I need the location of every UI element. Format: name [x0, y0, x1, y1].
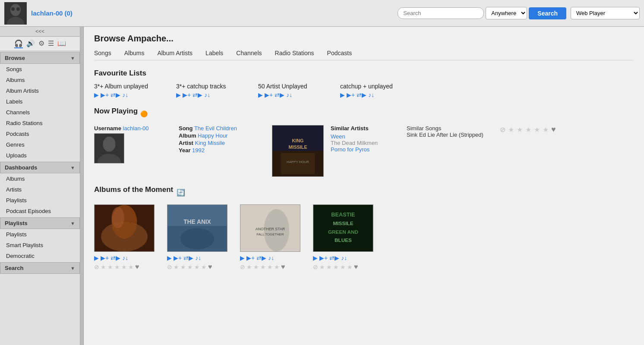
album1-star4[interactable]: ★ — [121, 263, 127, 270]
fav1-download-icon[interactable]: ♪↓ — [122, 91, 128, 98]
album1-add-icon[interactable]: ▶+ — [101, 254, 109, 261]
album2-play-icon[interactable]: ▶ — [167, 254, 172, 261]
album-thumb-1[interactable] — [94, 204, 155, 252]
refresh-icon[interactable]: 🔄 — [177, 188, 185, 197]
album3-add-icon[interactable]: ▶+ — [246, 254, 255, 261]
fav3-play-icon[interactable]: ▶ — [258, 91, 263, 98]
album2-star3[interactable]: ★ — [187, 263, 193, 270]
tab-albums[interactable]: Albums — [124, 50, 145, 56]
album3-star3[interactable]: ★ — [260, 263, 266, 270]
album4-heart-icon[interactable]: ♥ — [354, 263, 358, 271]
similar-song-3[interactable]: Lie After Lie (Stripped) — [427, 132, 483, 138]
sidebar-item-genres[interactable]: Genres — [0, 139, 80, 150]
sidebar-collapse-button[interactable]: <<< — [0, 27, 80, 37]
sidebar-item-democratic[interactable]: Democratic — [0, 251, 80, 261]
fav4-add-icon[interactable]: ▶+ — [347, 91, 355, 98]
sidebar-playlists-header[interactable]: Playlists ▼ — [0, 217, 80, 229]
album1-star2[interactable]: ★ — [107, 263, 113, 270]
album4-star2[interactable]: ★ — [326, 263, 332, 270]
speaker-icon[interactable]: 🔊 — [26, 39, 35, 48]
tab-channels[interactable]: Channels — [236, 50, 262, 56]
album3-no-icon[interactable]: ⊘ — [240, 263, 245, 270]
album3-random-icon[interactable]: ⇄▶ — [256, 254, 266, 261]
np-star-1[interactable]: ★ — [508, 125, 514, 134]
similar-artist-1[interactable]: Ween — [331, 133, 400, 140]
fav2-play-icon[interactable]: ▶ — [176, 91, 181, 98]
resize-handle[interactable] — [80, 27, 84, 345]
album3-play-icon[interactable]: ▶ — [240, 254, 245, 261]
np-song-value[interactable]: The Evil Children — [194, 125, 237, 132]
fav2-random-icon[interactable]: ⇄▶ — [193, 91, 202, 98]
np-star-5[interactable]: ★ — [543, 125, 549, 134]
album4-add-icon[interactable]: ▶+ — [319, 254, 328, 261]
album2-download-icon[interactable]: ♪↓ — [195, 254, 201, 261]
sidebar-browse-header[interactable]: Browse ▼ — [0, 52, 80, 64]
album2-random-icon[interactable]: ⇄▶ — [183, 254, 193, 261]
search-button[interactable]: Search — [529, 7, 566, 19]
album1-download-icon[interactable]: ♪↓ — [122, 254, 128, 261]
tab-album-artists[interactable]: Album Artists — [157, 50, 193, 56]
fav4-download-icon[interactable]: ♪↓ — [368, 91, 374, 98]
tab-songs[interactable]: Songs — [94, 50, 111, 56]
similar-artist-3[interactable]: Porno for Pyros — [331, 146, 400, 153]
album1-play-icon[interactable]: ▶ — [94, 254, 99, 261]
album2-no-icon[interactable]: ⊘ — [167, 263, 172, 270]
album3-heart-icon[interactable]: ♥ — [281, 263, 285, 271]
album3-star5[interactable]: ★ — [274, 263, 280, 270]
sidebar-item-songs[interactable]: Songs — [0, 64, 80, 75]
album4-no-icon[interactable]: ⊘ — [313, 263, 318, 270]
album4-star4[interactable]: ★ — [340, 263, 346, 270]
sidebar-item-dash-albums[interactable]: Albums — [0, 173, 80, 184]
album4-star1[interactable]: ★ — [319, 263, 325, 270]
search-scope-select[interactable]: Anywhere Songs Albums Artists — [486, 7, 527, 19]
tab-radio-stations[interactable]: Radio Stations — [275, 50, 314, 56]
sidebar-item-playlists[interactable]: Playlists — [0, 229, 80, 240]
album1-no-icon[interactable]: ⊘ — [94, 263, 99, 270]
fav3-add-icon[interactable]: ▶+ — [265, 91, 273, 98]
sidebar-item-podcasts[interactable]: Podcasts — [0, 129, 80, 139]
webplayer-select[interactable]: Web Player — [571, 7, 640, 19]
np-heart-icon[interactable]: ♥ — [551, 125, 556, 134]
album3-star4[interactable]: ★ — [267, 263, 273, 270]
fav-item-3-title[interactable]: 50 Artist Unplayed — [258, 83, 307, 90]
album1-star1[interactable]: ★ — [101, 263, 106, 270]
album3-star2[interactable]: ★ — [253, 263, 259, 270]
fav-item-2-title[interactable]: 3*+ catchup tracks — [176, 83, 226, 90]
album2-star4[interactable]: ★ — [194, 263, 200, 270]
header-username[interactable]: lachlan-00 (0) — [31, 9, 73, 17]
np-star-3[interactable]: ★ — [525, 125, 531, 134]
fav3-random-icon[interactable]: ⇄▶ — [275, 91, 284, 98]
similar-song-2[interactable]: Ed — [419, 132, 426, 138]
album4-star5[interactable]: ★ — [347, 263, 353, 270]
similar-song-1[interactable]: Sink — [407, 132, 417, 138]
album-thumb-2[interactable]: THE ANIX — [167, 204, 227, 252]
fav2-download-icon[interactable]: ♪↓ — [204, 91, 210, 98]
album4-star3[interactable]: ★ — [333, 263, 339, 270]
fav1-play-icon[interactable]: ▶ — [94, 91, 99, 98]
sidebar-search-header[interactable]: Search ▼ — [0, 262, 80, 274]
album2-star1[interactable]: ★ — [174, 263, 179, 270]
fav4-play-icon[interactable]: ▶ — [340, 91, 345, 98]
album2-star5[interactable]: ★ — [201, 263, 207, 270]
album4-download-icon[interactable]: ♪↓ — [341, 254, 347, 261]
np-star-2[interactable]: ★ — [517, 125, 523, 134]
fav2-add-icon[interactable]: ▶+ — [183, 91, 191, 98]
album-thumb-4[interactable]: BEASTIE MISSILE GREEN AND BLUES — [313, 204, 373, 252]
fav-item-4-title[interactable]: catchup + unplayed — [340, 83, 393, 90]
headphones-icon[interactable]: 🎧 — [14, 39, 23, 48]
np-username-value[interactable]: lachlan-00 — [123, 125, 149, 132]
fav1-add-icon[interactable]: ▶+ — [101, 91, 109, 98]
album1-heart-icon[interactable]: ♥ — [135, 263, 139, 271]
album-thumb-3[interactable]: ANOTHER STAR FALL TOGETHER — [240, 204, 300, 252]
album2-heart-icon[interactable]: ♥ — [208, 263, 212, 271]
tab-podcasts[interactable]: Podcasts — [327, 50, 352, 56]
sidebar-dashboards-header[interactable]: Dashboards ▼ — [0, 162, 80, 173]
album1-star3[interactable]: ★ — [114, 263, 120, 270]
fav3-download-icon[interactable]: ♪↓ — [286, 91, 292, 98]
album4-random-icon[interactable]: ⇄▶ — [329, 254, 339, 261]
album1-random-icon[interactable]: ⇄▶ — [110, 254, 120, 261]
album3-star1[interactable]: ★ — [246, 263, 252, 270]
sidebar-item-dash-playlists[interactable]: Playlists — [0, 195, 80, 206]
tab-labels[interactable]: Labels — [205, 50, 223, 56]
album1-star5[interactable]: ★ — [128, 263, 134, 270]
